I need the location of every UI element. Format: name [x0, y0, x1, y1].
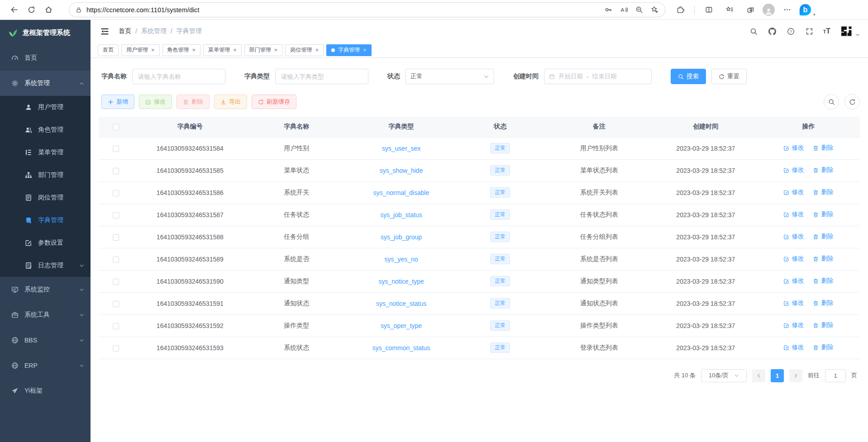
delete-row-link[interactable]: 删除 [813, 255, 833, 263]
favorites-bar-icon[interactable] [721, 2, 738, 18]
breadcrumb-item[interactable]: 首页 [119, 27, 131, 35]
edit-row-link[interactable]: 修改 [783, 144, 804, 152]
dict-type-link[interactable]: sys_show_hide [380, 167, 423, 174]
sidebar-item-dict-management[interactable]: 字典管理 [0, 209, 91, 232]
address-bar[interactable]: https://ccnetcore.com:1101/system/dict A [69, 2, 665, 17]
extensions-icon[interactable] [672, 2, 689, 18]
edit-row-link[interactable]: 修改 [783, 210, 804, 219]
sidebar-item-dept-management[interactable]: 部门管理 [0, 164, 91, 186]
refresh-cache-button[interactable]: 刷新缓存 [252, 95, 296, 109]
delete-row-link[interactable]: 删除 [813, 210, 833, 219]
header-search-icon[interactable] [749, 27, 758, 36]
reset-button[interactable]: 重置 [711, 69, 747, 84]
dict-type-link[interactable]: sys_oper_type [381, 322, 422, 329]
row-checkbox[interactable] [113, 345, 119, 352]
row-checkbox[interactable] [113, 279, 119, 285]
zoom-out-icon[interactable] [632, 4, 646, 16]
delete-row-link[interactable]: 删除 [813, 144, 833, 152]
close-icon[interactable]: × [274, 47, 278, 53]
sidebar-item-param-settings[interactable]: 参数设置 [0, 232, 91, 254]
dict-type-link[interactable]: sys_job_status [380, 211, 422, 219]
tab-dept[interactable]: 部门管理 × [244, 44, 283, 56]
font-size-icon[interactable]: TT [823, 28, 830, 35]
browser-back-button[interactable] [5, 2, 23, 18]
close-icon[interactable]: × [192, 47, 196, 53]
edit-row-link[interactable]: 修改 [783, 233, 804, 241]
dict-type-link[interactable]: sys_notice_status [376, 300, 426, 307]
add-favorite-star-icon[interactable] [648, 4, 661, 16]
sidebar-item-bbs[interactable]: BBS [0, 328, 91, 353]
yi-logo[interactable] [840, 25, 860, 37]
browser-menu-icon[interactable] [778, 2, 796, 18]
sidebar-item-role-management[interactable]: 角色管理 [0, 119, 91, 141]
sidebar-item-post-management[interactable]: 岗位管理 [0, 186, 91, 209]
password-key-icon[interactable] [601, 4, 615, 16]
profile-avatar[interactable] [763, 4, 775, 16]
close-icon[interactable]: × [233, 47, 237, 53]
table-refresh-button[interactable] [844, 94, 860, 109]
breadcrumb-item[interactable]: 系统管理 [141, 27, 167, 35]
goto-page-input[interactable] [825, 369, 846, 382]
close-icon[interactable]: × [315, 47, 319, 53]
delete-row-link[interactable]: 删除 [813, 233, 833, 241]
row-checkbox[interactable] [113, 190, 119, 196]
dict-type-link[interactable]: sys_normal_disable [373, 189, 429, 196]
help-icon[interactable]: ? [786, 27, 795, 36]
page-number-button[interactable]: 1 [771, 369, 784, 382]
row-checkbox[interactable] [113, 257, 119, 263]
tab-user[interactable]: 用户管理 × [121, 44, 160, 56]
close-icon[interactable]: × [363, 47, 367, 53]
read-aloud-icon[interactable]: A [617, 4, 630, 16]
delete-row-link[interactable]: 删除 [813, 188, 833, 196]
tab-dict[interactable]: 字典管理 × [326, 44, 372, 56]
browser-refresh-button[interactable] [23, 2, 40, 18]
edit-row-link[interactable]: 修改 [783, 299, 804, 307]
date-range-picker[interactable]: 开始日期 - 结束日期 [544, 69, 652, 84]
row-checkbox[interactable] [113, 301, 119, 307]
prev-page-button[interactable] [752, 369, 765, 382]
tab-menu[interactable]: 菜单管理 × [203, 44, 242, 56]
close-icon[interactable]: × [151, 47, 155, 53]
sidebar-collapse-icon[interactable] [99, 25, 110, 37]
dict-name-input[interactable] [132, 69, 225, 84]
tab-role[interactable]: 角色管理 × [162, 44, 201, 56]
dict-type-link[interactable]: sys_notice_type [378, 278, 424, 285]
sidebar-item-menu-management[interactable]: 菜单管理 [0, 141, 91, 164]
status-select[interactable]: 正常 [405, 69, 494, 84]
delete-button[interactable]: 删除 [176, 95, 210, 109]
edit-row-link[interactable]: 修改 [783, 343, 804, 352]
export-button[interactable]: 导出 [214, 95, 247, 109]
tab-home[interactable]: 首页 [98, 44, 119, 56]
sidebar-item-system-monitor[interactable]: 系统监控 [0, 277, 91, 302]
row-checkbox[interactable] [113, 323, 119, 329]
browser-home-button[interactable] [40, 2, 57, 18]
split-screen-icon[interactable] [700, 2, 717, 18]
table-search-toggle-button[interactable] [824, 94, 839, 109]
edit-button[interactable]: 修改 [139, 95, 172, 109]
delete-row-link[interactable]: 删除 [813, 343, 833, 352]
sidebar-item-erp[interactable]: ERP [0, 353, 91, 378]
delete-row-link[interactable]: 删除 [813, 166, 833, 174]
select-all-checkbox[interactable] [113, 124, 119, 130]
sidebar-item-home[interactable]: 首页 [0, 45, 91, 71]
delete-row-link[interactable]: 删除 [813, 277, 833, 285]
edit-row-link[interactable]: 修改 [783, 166, 804, 174]
delete-row-link[interactable]: 删除 [813, 299, 833, 307]
sidebar-item-log-management[interactable]: 日志管理 [0, 254, 91, 277]
dict-type-link[interactable]: sys_user_sex [382, 145, 421, 152]
sidebar-item-yi-framework[interactable]: Yi框架 [0, 378, 91, 404]
sidebar-item-system-tools[interactable]: 系统工具 [0, 302, 91, 328]
breadcrumb-item[interactable]: 字典管理 [176, 27, 202, 35]
dict-type-link[interactable]: sys_job_group [381, 233, 422, 241]
page-size-select[interactable]: 10条/页 [701, 369, 747, 382]
github-icon[interactable] [768, 27, 777, 36]
dict-type-input[interactable] [275, 69, 368, 84]
next-page-button[interactable] [789, 369, 802, 382]
tab-post[interactable]: 岗位管理 × [285, 44, 324, 56]
dict-type-link[interactable]: sys_yes_no [385, 256, 418, 263]
edit-row-link[interactable]: 修改 [783, 321, 804, 329]
dict-type-link[interactable]: sys_common_status [372, 344, 430, 352]
sidebar-item-system-management[interactable]: 系统管理 [0, 71, 91, 96]
row-checkbox[interactable] [113, 146, 119, 152]
row-checkbox[interactable] [113, 212, 119, 219]
